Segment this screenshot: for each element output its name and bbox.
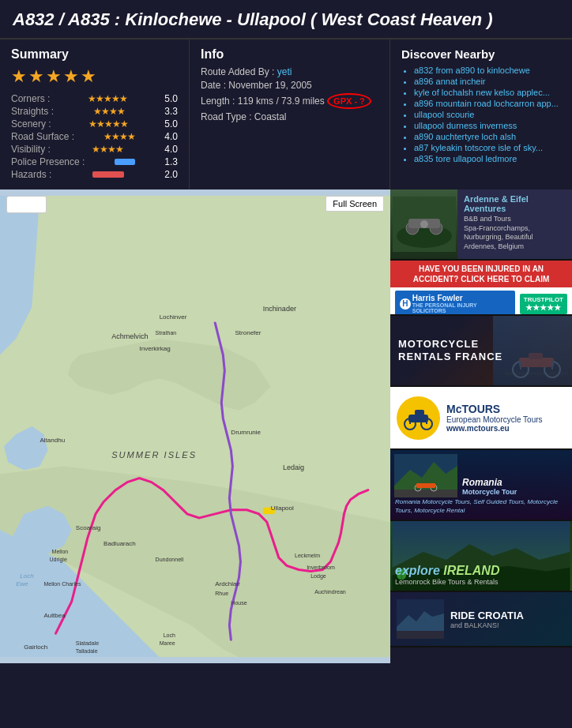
discover-list: a832 from a890 to kinlochewe a896 annat …: [401, 66, 561, 163]
stat-hazards: Hazards : 2.0: [11, 169, 178, 180]
ardenne-text: Ardenne & Eifel Aventures B&B and Tours …: [457, 190, 572, 259]
police-bar: [115, 159, 135, 165]
svg-text:Maree: Maree: [160, 640, 175, 646]
ireland-subtitle: Lemonrock Bike Tours & Rentals: [395, 578, 499, 586]
svg-text:Udrigle: Udrigle: [50, 557, 67, 563]
ardenne-image: [390, 190, 457, 259]
romania-description: Romania Motorcycle Tours, Self Guided To…: [395, 498, 567, 515]
star-1: ★: [11, 66, 27, 87]
harris-h-circle: H: [400, 298, 411, 310]
svg-text:Lochinver: Lochinver: [160, 313, 187, 321]
ardenne-subtitle: B&B and Tours: [464, 215, 566, 224]
trustpilot-badge: TRUSTPILOT ★★★★★: [520, 294, 567, 314]
stat-police: Police Presence : 1.3: [11, 156, 178, 167]
list-item[interactable]: a890 auchtertyre loch alsh: [414, 132, 561, 141]
svg-text:Mellon: Mellon: [52, 549, 69, 554]
mctours-logo: [397, 396, 440, 440]
star-2: ★: [28, 66, 44, 87]
mctours-brand: McTOURS: [446, 403, 543, 415]
svg-point-39: [420, 220, 428, 228]
harris-fowler-ad[interactable]: HAVE YOU BEEN INJURED IN AN ACCIDENT? CL…: [390, 261, 572, 316]
star-4: ★: [63, 66, 79, 87]
svg-text:Rhue: Rhue: [215, 591, 228, 596]
croatia-title: RIDE CROATIA: [450, 610, 524, 621]
road-type: Road Type : Coastal: [201, 111, 378, 122]
svg-text:Dundonnell: Dundonnell: [156, 557, 184, 562]
romania-subtitle: Motorcycle Tour: [462, 488, 567, 496]
route-added-by: Route Added By : yeti: [201, 66, 378, 77]
ireland-title: explore IRELAND: [395, 564, 499, 578]
mctours-subtitle: European Motorcycle Tours: [446, 415, 543, 424]
svg-text:Talladale: Talladale: [76, 648, 98, 654]
discover-heading: Discover Nearby: [401, 47, 561, 61]
list-item[interactable]: a87 kyleakin totscore isle of sky...: [414, 143, 561, 152]
mctours-text: McTOURS European Motorcycle Tours www.mc…: [446, 403, 543, 433]
info-bar: Summary ★ ★ ★ ★ ★ Corners : ★★★★★ 5.0 St…: [0, 38, 572, 190]
harris-top-text: HAVE YOU BEEN INJURED IN AN ACCIDENT? CL…: [390, 261, 572, 287]
route-added-by-link[interactable]: yeti: [277, 66, 292, 77]
gpx-badge[interactable]: GPX - ?: [327, 93, 371, 109]
fullscreen-button[interactable]: Full Screen: [326, 196, 384, 212]
list-item[interactable]: a835 tore ullapool ledmore: [414, 154, 561, 163]
svg-text:Mellon Charles: Mellon Charles: [43, 581, 81, 587]
svg-rect-52: [415, 410, 424, 415]
stat-visibility: Visibility : ★★★★ 4.0: [11, 144, 178, 155]
chevron-down-icon: ▾: [35, 199, 40, 210]
list-item[interactable]: ullapool durness inverness: [414, 121, 561, 130]
svg-text:Scoaraig: Scoaraig: [76, 524, 101, 531]
route-date: Date : November 19, 2005: [201, 80, 378, 91]
svg-text:Altandhu: Altandhu: [40, 437, 65, 444]
svg-rect-51: [408, 415, 428, 422]
mctours-url: www.mctours.eu: [446, 424, 543, 433]
info-section: Info Route Added By : yeti Date : Novemb…: [190, 39, 390, 190]
list-item[interactable]: a832 from a890 to kinlochewe: [414, 66, 561, 75]
summary-section: Summary ★ ★ ★ ★ ★ Corners : ★★★★★ 5.0 St…: [0, 39, 190, 190]
ireland-ad[interactable]: explore IRELAND Lemonrock Bike Tours & R…: [390, 521, 572, 592]
map-type-dropdown[interactable]: Map ▾: [6, 196, 47, 213]
stat-scenery: Scenery : ★★★★★ 5.0: [11, 118, 178, 129]
croatia-ad[interactable]: RIDE CROATIA and BALKANS!: [390, 592, 572, 647]
svg-text:Leckmelm: Leckmelm: [295, 553, 320, 558]
svg-text:Loch: Loch: [164, 632, 175, 638]
main-content: Map ▾ Full Screen: [0, 190, 572, 663]
star-5: ★: [81, 66, 96, 87]
svg-text:Badluarach: Badluarach: [103, 540, 136, 547]
romania-title: Romania: [395, 477, 502, 488]
romania-ad[interactable]: Romania Motorcycle Tour Romania Motorcyc…: [390, 450, 572, 521]
svg-text:Auchindrean: Auchindrean: [314, 589, 346, 595]
hazards-bar: [92, 171, 124, 178]
map-area: Map ▾ Full Screen: [0, 190, 390, 663]
svg-text:Loch: Loch: [20, 572, 34, 580]
page-header: A832 / A835 : Kinlochewe - Ullapool ( We…: [0, 0, 572, 38]
harris-subtitle: THE PERSONAL INJURY SOLICITORS: [412, 302, 510, 313]
svg-text:SUMMER ISLES: SUMMER ISLES: [111, 450, 197, 460]
right-sidebar: Ardenne & Eifel Aventures B&B and Tours …: [390, 190, 572, 663]
ireland-text: explore IRELAND Lemonrock Bike Tours & R…: [395, 564, 499, 586]
mctours-ad[interactable]: McTOURS European Motorcycle Tours www.mc…: [390, 387, 572, 450]
svg-text:Ardchlair: Ardchlair: [215, 580, 240, 587]
croatia-text: RIDE CROATIA and BALKANS!: [450, 610, 524, 629]
svg-text:Ullapool: Ullapool: [271, 505, 294, 512]
svg-text:Gairloch: Gairloch: [24, 644, 47, 651]
list-item[interactable]: a896 mountain road lochcarron app...: [414, 99, 561, 108]
svg-text:Inchinader: Inchinader: [263, 305, 296, 313]
list-item[interactable]: ullapool scourie: [414, 110, 561, 119]
info-heading: Info: [201, 47, 378, 62]
ardenne-ad[interactable]: Ardenne & Eifel Aventures B&B and Tours …: [390, 190, 572, 261]
ardenne-details: Spa-Francorchamps, Nurburgring, Beautifu…: [464, 224, 566, 252]
svg-text:Ledaig: Ledaig: [283, 463, 304, 471]
svg-text:House: House: [231, 600, 246, 606]
list-item[interactable]: kyle of lochalsh new kelso applec...: [414, 88, 561, 97]
moto-france-ad[interactable]: MOTORCYCLE RENTALS FRANCE: [390, 316, 572, 387]
svg-text:Inverkirkag: Inverkirkag: [139, 345, 170, 352]
list-item[interactable]: a896 annat incheir: [414, 77, 561, 86]
stat-road-surface: Road Surface : ★★★★ 4.0: [11, 131, 178, 142]
croatia-image: [397, 599, 444, 639]
stat-corners: Corners : ★★★★★ 5.0: [11, 93, 178, 104]
page-title: A832 / A835 : Kinlochewe - Ullapool ( We…: [13, 9, 559, 30]
route-length: Length : 119 kms / 73.9 miles GPX - ?: [201, 93, 378, 109]
svg-text:Inverbroom: Inverbroom: [307, 565, 335, 570]
svg-text:Lodge: Lodge: [310, 573, 326, 580]
harris-bottom: H Harris Fowler THE PERSONAL INJURY SOLI…: [390, 287, 572, 316]
moto-france-text: MOTORCYCLE RENTALS FRANCE: [398, 338, 502, 362]
